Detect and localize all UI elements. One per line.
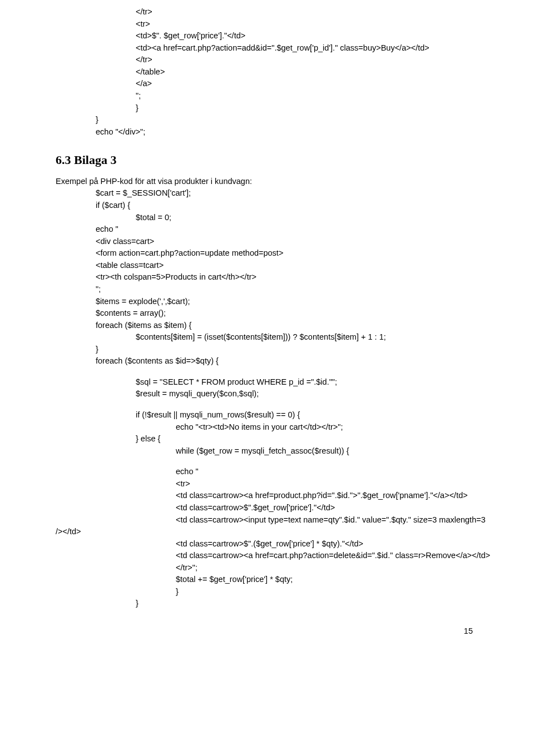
code-line: <td class=cartrow>$".$get_row['price']."… xyxy=(56,503,478,514)
code-line: } xyxy=(56,344,478,355)
code-line: "; xyxy=(56,91,478,102)
code-line: if ($cart) { xyxy=(56,200,478,211)
code-line: $contents = array(); xyxy=(56,308,478,319)
code-line: while ($get_row = mysqli_fetch_assoc($re… xyxy=(56,446,478,457)
code-line: $total = 0; xyxy=(56,212,478,223)
code-line: $sql = "SELECT * FROM product WHERE p_id… xyxy=(56,377,478,388)
code-line: </table> xyxy=(56,67,478,78)
code-line: <td><a href=cart.php?action=add&id=".$ge… xyxy=(56,43,478,54)
code-line: } else { xyxy=(56,434,478,445)
code-line: <tr> xyxy=(56,479,478,490)
code-line: $total += $get_row['price'] * $qty; xyxy=(56,574,478,585)
section-heading: 6.3 Bilaga 3 xyxy=(56,152,478,168)
code-line: foreach ($items as $item) { xyxy=(56,320,478,331)
code-line: foreach ($contents as $id=>$qty) { xyxy=(56,356,478,367)
code-line: echo " xyxy=(56,224,478,235)
code-line: <tr><th colspan=5>Products in cart</th><… xyxy=(56,272,478,283)
code-line: <td>$". $get_row['price']."</td> xyxy=(56,31,478,42)
code-line: <td class=cartrow>$".($get_row['price'] … xyxy=(56,539,478,550)
code-line: <form action=cart.php?action=update meth… xyxy=(56,248,478,259)
code-line: </tr> xyxy=(56,7,478,18)
code-line: echo "<tr><td>No items in your cart</td>… xyxy=(56,422,478,433)
page-number: 15 xyxy=(56,626,478,637)
code-line: <div class=cart> xyxy=(56,236,478,247)
code-line: $items = explode(',',$cart); xyxy=(56,296,478,307)
code-line: } xyxy=(56,598,478,609)
code-line: <td class=cartrow><input type=text name=… xyxy=(56,515,478,526)
code-line: <td class=cartrow><a href=product.php?id… xyxy=(56,490,478,501)
code-line: if (!$result || mysqli_num_rows($result)… xyxy=(56,410,478,421)
code-line: } xyxy=(56,115,478,126)
code-line: $cart = $_SESSION['cart']; xyxy=(56,188,478,199)
code-line: echo "</div>"; xyxy=(56,127,478,138)
code-line: <table class=tcart> xyxy=(56,260,478,271)
document-page: </tr> <tr> <td>$". $get_row['price']."</… xyxy=(0,0,534,659)
code-line: </tr> xyxy=(56,54,478,66)
intro-text: Exempel på PHP-kod för att visa produkte… xyxy=(56,176,478,187)
code-line: $result = mysqli_query($con,$sql); xyxy=(56,389,478,400)
code-line: } xyxy=(56,103,478,114)
code-line: echo " xyxy=(56,466,478,478)
code-line: </tr>"; xyxy=(56,563,478,574)
code-line: "; xyxy=(56,284,478,295)
code-line: <tr> xyxy=(56,19,478,30)
code-line: </a> xyxy=(56,78,478,89)
code-line: $contents[$item] = (isset($contents[$ite… xyxy=(56,332,478,343)
code-line: } xyxy=(56,586,478,598)
code-line: <td class=cartrow><a href=cart.php?actio… xyxy=(56,550,478,561)
code-line: /></td> xyxy=(56,526,478,538)
